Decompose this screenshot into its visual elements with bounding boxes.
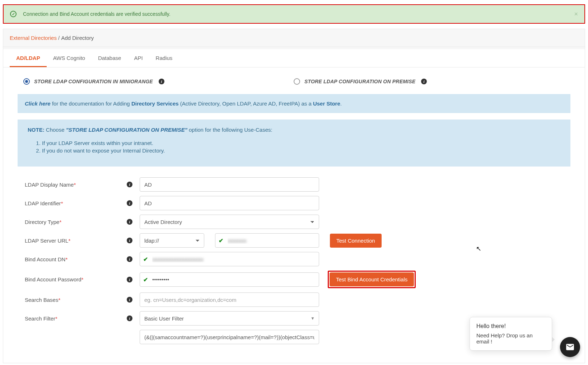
storage-radio-group: STORE LDAP CONFIGURATION IN MINIORANGE i… — [18, 76, 570, 94]
test-bind-credentials-button[interactable]: Test Bind Account Credentials — [330, 272, 414, 286]
chat-subtext: Need Help? Drop us an email ! — [476, 332, 545, 345]
label-bind-password: Bind Account Password — [25, 276, 81, 282]
radio-miniorange-label: STORE LDAP CONFIGURATION IN MINIORANGE — [34, 79, 153, 84]
check-icon: ✔ — [143, 276, 148, 283]
test-bind-highlight: Test Bind Account Credentials — [328, 271, 416, 288]
tab-aws-cognito[interactable]: AWS Cognito — [47, 49, 92, 67]
check-circle-icon: ✓ — [10, 11, 17, 17]
label-directory-type: Directory Type — [25, 219, 59, 225]
select-search-filter[interactable]: Basic User Filter — [140, 311, 319, 326]
test-connection-button[interactable]: Test Connection — [330, 234, 382, 248]
chat-popup[interactable]: Hello there! Need Help? Drop us an email… — [470, 317, 552, 351]
alert-success: ✓ Connection and Bind Account credential… — [3, 4, 585, 24]
directory-services-term: Directory Services — [131, 100, 179, 107]
input-bind-dn[interactable] — [140, 252, 319, 266]
breadcrumb-root-link[interactable]: External Directories — [10, 35, 57, 41]
alert-message: Connection and Bind Account credentials … — [23, 11, 171, 17]
check-icon: ✔ — [143, 256, 148, 263]
mail-icon — [565, 342, 575, 352]
info-icon[interactable]: i — [127, 277, 132, 282]
label-server-url: LDAP Server URL — [25, 238, 68, 244]
info-icon[interactable]: i — [127, 219, 132, 225]
input-display-name[interactable] — [140, 177, 319, 192]
note-li-2: If you do not want to expose your Intern… — [42, 148, 560, 154]
info-icon[interactable]: i — [421, 79, 427, 84]
input-server-host[interactable] — [215, 233, 319, 248]
label-identifier: LDAP Identifier — [25, 200, 61, 206]
input-identifier[interactable] — [140, 196, 319, 210]
info-icon[interactable]: i — [127, 297, 132, 303]
info-text: . — [340, 100, 342, 107]
tab-database[interactable]: Database — [92, 49, 127, 67]
radio-icon-unselected — [294, 78, 300, 85]
label-search-bases: Search Bases — [25, 297, 58, 303]
radio-onpremise-label: STORE LDAP CONFIGURATION ON PREMISE — [304, 79, 415, 84]
breadcrumb-sep: / — [58, 35, 60, 41]
label-search-filter: Search Filter — [25, 315, 55, 322]
note-label: NOTE: — [28, 127, 45, 133]
tab-ad-ldap[interactable]: AD/LDAP — [10, 49, 47, 67]
info-icon[interactable]: i — [127, 315, 132, 321]
info-text: for the documentation for Adding — [51, 100, 131, 107]
info-icon[interactable]: i — [127, 238, 132, 243]
info-icon[interactable]: i — [127, 200, 132, 206]
radio-icon-selected — [23, 78, 30, 85]
info-icon[interactable]: i — [127, 256, 132, 262]
note-box: NOTE: Choose "STORE LDAP CONFIGURATION O… — [18, 120, 570, 167]
select-url-scheme[interactable]: ldap:// — [140, 233, 204, 248]
note-emph: "STORE LDAP CONFIGURATION ON PREMISE" — [66, 127, 187, 133]
info-icon[interactable]: i — [127, 182, 132, 187]
chat-arrow-icon — [552, 337, 555, 342]
radio-onpremise[interactable]: STORE LDAP CONFIGURATION ON PREMISE i — [294, 78, 427, 85]
breadcrumb: External Directories / Add Directory — [3, 29, 585, 47]
label-display-name: LDAP Display Name — [25, 182, 74, 188]
note-text: option for the following Use-Cases: — [187, 127, 272, 133]
select-directory-type[interactable]: Active Directory — [140, 215, 319, 229]
note-li-1: If your LDAP Server exists within your i… — [42, 140, 560, 146]
input-search-filter-expr[interactable] — [140, 330, 319, 344]
input-search-bases[interactable] — [140, 293, 319, 307]
user-store-term: User Store — [313, 100, 340, 107]
check-icon: ✔ — [219, 237, 223, 244]
alert-close-icon[interactable]: × — [574, 10, 578, 18]
info-icon[interactable]: i — [159, 79, 164, 84]
tab-api[interactable]: API — [127, 49, 149, 67]
radio-miniorange[interactable]: STORE LDAP CONFIGURATION IN MINIORANGE i — [23, 78, 164, 85]
page-card: External Directories / Add Directory AD/… — [3, 29, 585, 363]
chat-fab-button[interactable] — [560, 337, 580, 357]
tabs: AD/LDAP AWS Cognito Database API Radius — [3, 49, 585, 67]
input-bind-password[interactable] — [140, 272, 319, 287]
breadcrumb-current: Add Directory — [61, 35, 94, 41]
tab-radius[interactable]: Radius — [149, 49, 179, 67]
documentation-info: Click here for the documentation for Add… — [18, 94, 570, 113]
label-bind-dn: Bind Account DN — [25, 256, 65, 262]
chat-greeting: Hello there! — [476, 323, 545, 329]
note-text: Choose — [45, 127, 66, 133]
info-text: (Active Directory, Open LDAP, Azure AD, … — [179, 100, 313, 107]
click-here-link[interactable]: Click here — [25, 100, 51, 107]
